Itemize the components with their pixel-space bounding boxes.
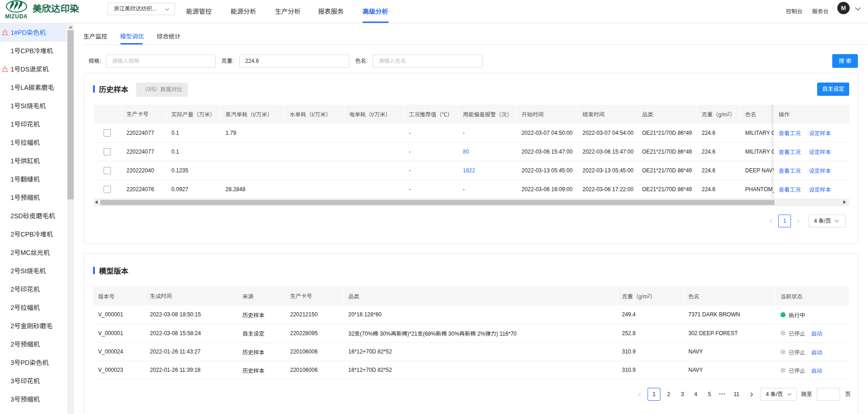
svg-text:MIZUDA: MIZUDA xyxy=(5,13,27,19)
